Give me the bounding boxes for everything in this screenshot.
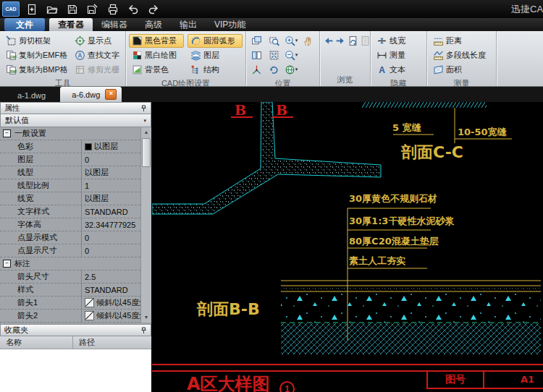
property-value[interactable]: 0 bbox=[81, 153, 140, 166]
property-value[interactable]: 2.5 bbox=[81, 270, 140, 283]
smooth-arc-button[interactable]: 圆滑弧形 bbox=[188, 34, 243, 48]
crop-frame-button[interactable]: 剪切框架 bbox=[3, 34, 68, 48]
forward-button[interactable] bbox=[335, 35, 346, 48]
close-tab-icon[interactable] bbox=[105, 89, 117, 100]
pin-icon[interactable] bbox=[140, 327, 147, 334]
chevron-down-icon[interactable] bbox=[295, 38, 298, 43]
title-bar: CAD 迅捷CAD bbox=[0, 0, 543, 18]
new-file-button[interactable] bbox=[23, 2, 40, 16]
crop-frame-icon bbox=[6, 35, 17, 46]
save-as-button[interactable] bbox=[84, 2, 101, 16]
menu-vip[interactable]: VIP功能 bbox=[206, 18, 254, 31]
collapse-icon[interactable] bbox=[3, 129, 11, 137]
property-value[interactable]: 倾斜/以45度角 bbox=[81, 310, 140, 322]
sheet-setup-button[interactable] bbox=[360, 35, 371, 48]
zoom-in-icon bbox=[285, 35, 295, 46]
zoom-in-button[interactable] bbox=[284, 34, 299, 47]
area-button[interactable]: 面积 bbox=[430, 63, 493, 77]
bw-drawing-button[interactable]: 黑白绘图 bbox=[129, 48, 184, 62]
polyline-length-button[interactable]: 多段线长度 bbox=[430, 48, 493, 62]
chevron-down-icon[interactable] bbox=[295, 52, 298, 58]
property-value[interactable]: 0 bbox=[81, 231, 140, 244]
detail-number-bubble: 1 bbox=[279, 381, 295, 392]
property-row-arrow2: 箭头2 倾斜/以45度角 bbox=[0, 310, 140, 323]
chevron-down-icon[interactable] bbox=[295, 67, 298, 72]
favorites-list[interactable] bbox=[0, 349, 151, 392]
back-button[interactable] bbox=[323, 35, 334, 48]
structure-button[interactable]: 结构 bbox=[188, 63, 243, 77]
copy-bmp-button[interactable]: BMP 复制为BMP格式 bbox=[3, 63, 68, 77]
property-value[interactable]: 以图层 bbox=[81, 192, 140, 205]
rotate-view-button[interactable] bbox=[266, 63, 282, 76]
property-section-dimension[interactable]: 标注 bbox=[0, 257, 140, 270]
zoom-out-icon bbox=[285, 50, 295, 61]
color-swatch-icon bbox=[85, 143, 92, 150]
measure-toggle-button[interactable]: 测量 bbox=[374, 48, 424, 62]
goto-sheet-button[interactable] bbox=[348, 35, 358, 48]
favorites-columns: 名称 路径 bbox=[0, 336, 151, 349]
pan-button[interactable] bbox=[300, 34, 316, 47]
tab-a1-dwg[interactable]: a-1.dwg bbox=[6, 89, 57, 102]
scroll-up-icon[interactable] bbox=[141, 127, 151, 137]
property-value[interactable]: STANDARD bbox=[81, 284, 140, 296]
layers-button[interactable]: 图层 bbox=[188, 48, 243, 62]
svg-text:EMF: EMF bbox=[10, 56, 17, 59]
menu-editor[interactable]: 编辑器 bbox=[93, 18, 136, 31]
preset-dropdown[interactable]: 默认值 bbox=[0, 114, 151, 127]
property-value[interactable]: 以图层 bbox=[81, 140, 140, 153]
gap-note-small: 5 宽缝 bbox=[392, 122, 421, 135]
scrollbar-thumb[interactable] bbox=[142, 138, 151, 167]
property-value[interactable]: 1 bbox=[81, 179, 140, 192]
properties-scrollbar[interactable] bbox=[140, 127, 151, 323]
property-row-arrow1: 箭头1 倾斜/以45度角 bbox=[0, 297, 140, 310]
property-value[interactable]: 以图层 bbox=[81, 166, 140, 179]
redo-button[interactable] bbox=[145, 2, 161, 16]
favorites-col-name[interactable]: 名称 bbox=[0, 337, 72, 348]
property-value[interactable]: 倾斜/以45度角 bbox=[81, 297, 140, 309]
new-file-icon bbox=[26, 4, 38, 15]
back-arrow-icon bbox=[323, 35, 334, 46]
menu-viewer[interactable]: 查看器 bbox=[49, 18, 93, 31]
tile-windows-button[interactable] bbox=[249, 48, 264, 61]
trim-raster-button[interactable]: 修剪光栅 bbox=[72, 63, 122, 77]
save-as-icon bbox=[87, 4, 98, 15]
black-background-button[interactable]: 黑色背景 bbox=[129, 34, 184, 48]
oblique-arrow-icon bbox=[85, 298, 94, 307]
print-button[interactable] bbox=[104, 2, 121, 16]
cascade-windows-button[interactable] bbox=[249, 34, 264, 47]
undo-button[interactable] bbox=[125, 2, 141, 16]
tab-a6-dwg[interactable]: a-6.dwg bbox=[60, 87, 122, 102]
save-button[interactable] bbox=[64, 2, 80, 16]
menu-file[interactable]: 文件 bbox=[4, 18, 45, 31]
group-label-browse: 浏览 bbox=[323, 73, 367, 86]
property-value[interactable]: STANDARD bbox=[81, 205, 140, 218]
material-callout: 素土人工夯实 bbox=[349, 255, 405, 268]
ribbon: 剪切框架 EMF 复制为EMF格式 BMP 复制为BMP格式 显示点 查找文字 bbox=[0, 31, 543, 87]
menu-output[interactable]: 输出 bbox=[171, 18, 206, 31]
property-section-general[interactable]: 一般设置 bbox=[0, 127, 140, 140]
find-text-button[interactable]: 查找文字 bbox=[72, 48, 122, 62]
show-points-button[interactable]: 显示点 bbox=[72, 34, 122, 48]
line-width-button[interactable]: 线宽 bbox=[374, 34, 424, 48]
property-value[interactable]: 32.344777925 bbox=[81, 218, 140, 231]
drawing-canvas[interactable]: B B 5 宽缝 10-50宽缝 剖面C-C 30厚黄色不规则石材 30厚1:3… bbox=[152, 102, 543, 392]
collapse-icon[interactable] bbox=[3, 260, 11, 268]
distance-button[interactable]: 距离 bbox=[430, 34, 493, 48]
smooth-arc-icon bbox=[190, 35, 201, 46]
view-3d-button[interactable] bbox=[249, 63, 264, 76]
favorites-col-path[interactable]: 路径 bbox=[72, 336, 151, 349]
named-views-button[interactable] bbox=[284, 63, 299, 76]
zoom-window-button[interactable] bbox=[266, 34, 282, 47]
text-toggle-button[interactable]: A 文本 bbox=[374, 63, 424, 77]
print-icon bbox=[107, 4, 119, 15]
property-value[interactable]: 0 bbox=[81, 244, 140, 257]
zoom-out-button[interactable] bbox=[284, 48, 299, 61]
copy-emf-icon: EMF bbox=[6, 50, 17, 61]
menu-advanced[interactable]: 高级 bbox=[136, 18, 171, 31]
copy-emf-button[interactable]: EMF 复制为EMF格式 bbox=[3, 48, 68, 62]
open-file-button[interactable] bbox=[43, 2, 60, 16]
background-color-button[interactable]: 背景色 bbox=[129, 63, 184, 77]
scroll-down-icon[interactable] bbox=[141, 312, 151, 323]
fit-view-button[interactable] bbox=[266, 48, 282, 61]
pin-icon[interactable] bbox=[140, 105, 147, 112]
